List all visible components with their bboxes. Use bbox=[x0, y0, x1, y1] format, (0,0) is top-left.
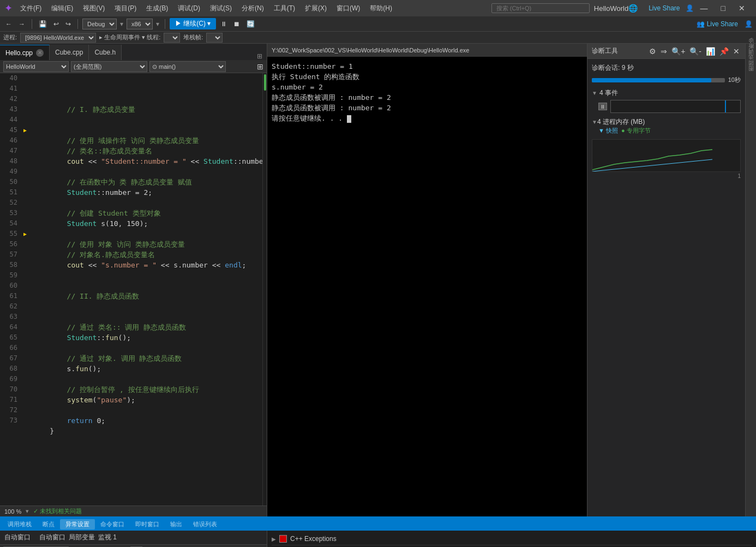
events-pause-btn[interactable]: ⏸ bbox=[598, 103, 607, 110]
editor-status: 100 % ▾ ✓ 未找到相关问题 bbox=[0, 506, 267, 516]
menu-bar[interactable]: 文件(F) 编辑(E) 视图(V) 项目(P) 生成(B) 调试(D) 测试(S… bbox=[16, 3, 397, 14]
tab-cube-h[interactable]: Cube.h bbox=[89, 45, 122, 60]
thread-selector[interactable] bbox=[164, 33, 180, 43]
menu-edit[interactable]: 编辑(E) bbox=[47, 3, 77, 14]
tab-cube-cpp[interactable]: Cube.cpp bbox=[50, 45, 89, 60]
menu-debug[interactable]: 调试(D) bbox=[173, 3, 205, 14]
menu-extensions[interactable]: 扩展(X) bbox=[301, 3, 331, 14]
live-share-toolbar[interactable]: 👥 Live Share bbox=[697, 20, 738, 28]
diag-chart-btn[interactable]: 📊 bbox=[705, 46, 716, 57]
tab-hello-cpp-close[interactable]: ✕ bbox=[36, 49, 44, 57]
menu-test[interactable]: 测试(S) bbox=[206, 3, 236, 14]
diag-zoom-in-btn[interactable]: 🔍+ bbox=[670, 46, 686, 57]
close-button[interactable]: ✕ bbox=[732, 3, 752, 14]
scope-dropdown[interactable]: (全局范围) bbox=[71, 61, 147, 72]
exception-item-1[interactable]: ▶ C++ Exceptions bbox=[272, 533, 752, 545]
restore-button[interactable]: □ bbox=[715, 3, 732, 14]
stop-button[interactable]: ⏹ bbox=[231, 19, 242, 29]
title-bar: ✦ 文件(F) 编辑(E) 视图(V) 项目(P) 生成(B) 调试(D) 测试… bbox=[0, 0, 756, 16]
exception-check-1[interactable] bbox=[279, 535, 287, 543]
global-search-input[interactable] bbox=[491, 3, 590, 13]
right-tab-5[interactable]: 团 bbox=[746, 68, 756, 72]
tab-callstack[interactable]: 调用堆栈 bbox=[2, 519, 37, 530]
tab-cube-cpp-label: Cube.cpp bbox=[55, 49, 83, 56]
menu-help[interactable]: 帮助(H) bbox=[365, 3, 397, 14]
expand-tabs-button[interactable]: ⊞ bbox=[253, 52, 267, 60]
diag-pin-btn[interactable]: 📌 bbox=[718, 46, 730, 57]
diag-close-btn[interactable]: ✕ bbox=[732, 46, 741, 57]
tab-hello-cpp[interactable]: Hello.cpp ✕ bbox=[0, 45, 50, 60]
menu-file[interactable]: 文件(F) bbox=[16, 3, 46, 14]
back-button[interactable]: ← bbox=[3, 19, 14, 29]
tab-cube-h-label: Cube.h bbox=[94, 49, 116, 56]
live-share-label[interactable]: Live Share bbox=[649, 4, 680, 12]
editor-tabs: Hello.cpp ✕ Cube.cpp Cube.h ⊞ bbox=[0, 44, 267, 60]
snapshot-label[interactable]: ▼ 快照 bbox=[598, 127, 618, 135]
diag-zoom-out-btn[interactable]: 🔍- bbox=[688, 46, 703, 57]
live-share-icon: 👥 bbox=[697, 20, 705, 28]
bottom-panel: 调用堆栈 断点 异常设置 命令窗口 即时窗口 输出 错误列表 自动窗口 自动窗口… bbox=[0, 516, 756, 547]
lifecycle-label: ▸ 生命周期事件 ▾ 线程: bbox=[99, 33, 160, 41]
menu-view[interactable]: 视图(V) bbox=[79, 3, 109, 14]
events-section-header[interactable]: ▼ 4 事件 bbox=[592, 88, 741, 98]
exception-label-1: C++ Exceptions bbox=[290, 535, 337, 543]
namespace-dropdown[interactable]: HelloWorld bbox=[3, 61, 69, 72]
user-icon[interactable]: 👤 bbox=[686, 4, 694, 12]
right-tab-1[interactable]: 诊 bbox=[746, 46, 756, 50]
code-content[interactable]: // I. 静态成员变量 // 使用 域操作符 访问 类静态成员变量 // 类名… bbox=[28, 73, 262, 506]
function-dropdown[interactable]: ⊙ main() bbox=[149, 61, 226, 72]
diag-tools: ⚙ ⇒ 🔍+ 🔍- 📊 📌 ✕ bbox=[648, 46, 741, 57]
toolbar-sep-4: ▾ bbox=[156, 20, 159, 28]
tab-exceptions[interactable]: 异常设置 bbox=[60, 519, 95, 530]
auto-window-tab-label2[interactable]: 局部变量 bbox=[69, 533, 95, 542]
right-tab-4[interactable]: 选 bbox=[746, 62, 756, 67]
continue-button[interactable]: ▶ 继续(C) ▾ bbox=[170, 18, 216, 29]
tab-immediate[interactable]: 即时窗口 bbox=[130, 519, 165, 530]
toolbar-separator-3 bbox=[165, 19, 165, 29]
memory-section-header[interactable]: ▼ 4 进程内存 (MB) bbox=[592, 117, 741, 127]
tab-output[interactable]: 输出 bbox=[165, 519, 188, 530]
toolbar-separator-2 bbox=[77, 19, 78, 29]
scrollbar-minimap[interactable] bbox=[262, 73, 267, 506]
debug-config-dropdown[interactable]: Debug bbox=[82, 19, 117, 29]
tab-breakpoints[interactable]: 断点 bbox=[37, 519, 60, 530]
auto-search-bar: 🔍 ← → 搜索深度: bbox=[0, 545, 267, 547]
menu-project[interactable]: 项目(P) bbox=[110, 3, 141, 14]
right-tab-6[interactable]: 图 bbox=[746, 73, 756, 78]
diagnostics-panel: 诊断工具 ⚙ ⇒ 🔍+ 🔍- 📊 📌 ✕ 诊断会话: 9 秒 10秒 ▼ bbox=[587, 44, 745, 516]
tab-error-list[interactable]: 错误列表 bbox=[188, 519, 223, 530]
expand-editor-button[interactable]: ⊞ bbox=[257, 62, 263, 71]
events-timeline bbox=[610, 100, 741, 113]
undo-button[interactable]: ↩ bbox=[51, 19, 61, 29]
save-button[interactable]: 💾 bbox=[37, 19, 49, 29]
minimize-button[interactable]: — bbox=[694, 3, 715, 14]
account-icon[interactable]: 👤 bbox=[745, 20, 753, 28]
process-selector[interactable]: [9896] HelloWorld.exe bbox=[20, 33, 96, 43]
right-tab-3[interactable]: 调 bbox=[746, 57, 756, 61]
exception-expand-1[interactable]: ▶ bbox=[272, 536, 276, 542]
platform-dropdown[interactable]: x86 bbox=[127, 19, 153, 29]
zoom-level[interactable]: 100 % bbox=[4, 508, 21, 515]
auto-window-tab-label3[interactable]: 监视 1 bbox=[98, 533, 117, 542]
diag-settings-btn[interactable]: ⚙ bbox=[648, 46, 657, 57]
restart-button[interactable]: 🔄 bbox=[244, 19, 257, 29]
auto-window-tab-label1[interactable]: 自动窗口 bbox=[39, 533, 65, 542]
menu-analyze[interactable]: 分析(N) bbox=[237, 3, 268, 14]
stack-selector[interactable] bbox=[206, 33, 223, 43]
events-label: 4 事件 bbox=[599, 88, 618, 98]
right-tab-2[interactable]: 断 bbox=[746, 51, 756, 56]
tab-command[interactable]: 命令窗口 bbox=[95, 519, 130, 530]
menu-build[interactable]: 生成(B) bbox=[142, 3, 172, 14]
exclusive-label[interactable]: ● 专用字节 bbox=[621, 127, 651, 135]
tab-hello-cpp-label: Hello.cpp bbox=[5, 49, 33, 57]
pause-button[interactable]: ⏸ bbox=[218, 19, 229, 29]
diag-export-btn[interactable]: ⇒ bbox=[659, 46, 668, 57]
memory-chart bbox=[592, 139, 741, 172]
menu-tools[interactable]: 工具(T) bbox=[269, 3, 299, 14]
forward-button[interactable]: → bbox=[16, 19, 27, 29]
timeline-cursor bbox=[725, 100, 726, 112]
menu-window[interactable]: 窗口(W) bbox=[332, 3, 364, 14]
redo-button[interactable]: ↪ bbox=[63, 19, 73, 29]
diag-progress-container: 10秒 bbox=[592, 76, 741, 84]
toolbar-separator-1 bbox=[32, 19, 32, 29]
